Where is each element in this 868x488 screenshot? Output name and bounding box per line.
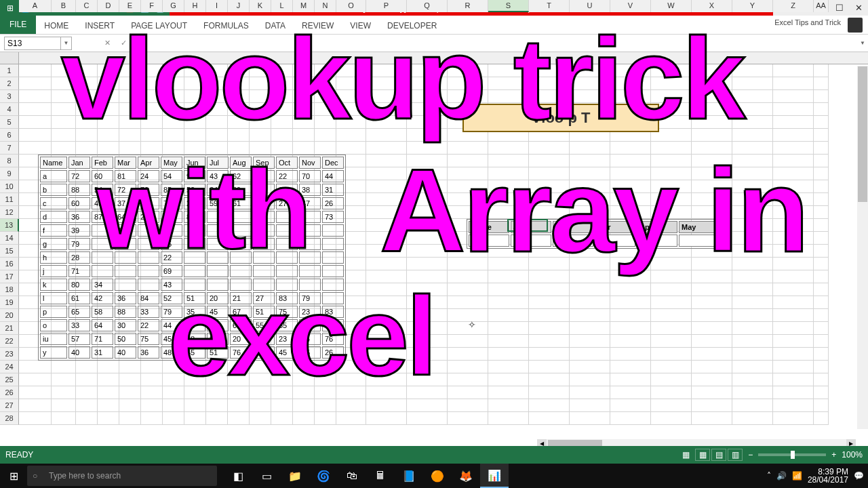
table-cell[interactable]: 21 <box>230 292 252 304</box>
table-cell[interactable]: 52 <box>161 292 182 304</box>
maximize-button[interactable]: ☐ <box>830 0 849 16</box>
table-cell[interactable]: 39 <box>161 211 182 223</box>
row-header[interactable]: 3 <box>0 90 19 103</box>
table-cell[interactable] <box>299 279 321 291</box>
table-cell[interactable] <box>276 224 298 237</box>
col-header[interactable]: W <box>651 0 692 12</box>
table-cell[interactable]: 60 <box>92 170 113 182</box>
table-cell[interactable]: 22 <box>276 170 298 182</box>
table-cell[interactable]: 29 <box>184 197 205 209</box>
row-header[interactable]: 7 <box>0 142 19 155</box>
table-cell[interactable]: k <box>40 279 67 291</box>
table-cell[interactable]: 76 <box>322 333 344 345</box>
table-cell[interactable]: 22 <box>138 319 159 331</box>
table-cell[interactable] <box>299 211 321 223</box>
table-cell[interactable]: 67 <box>230 306 252 318</box>
table-cell[interactable]: 64 <box>115 211 136 223</box>
table-cell[interactable]: 61 <box>230 197 252 209</box>
table-cell[interactable]: 77 <box>253 197 275 209</box>
table-cell[interactable] <box>276 279 298 291</box>
tb-calc-icon[interactable]: 🖩 <box>366 464 395 488</box>
table-cell[interactable]: 45 <box>184 346 205 359</box>
tb-explorer-icon[interactable]: 📁 <box>281 464 309 488</box>
table-cell[interactable] <box>276 238 298 250</box>
table-cell[interactable]: 88 <box>115 306 136 318</box>
table-cell[interactable]: 42 <box>92 292 113 304</box>
table-cell[interactable] <box>253 238 275 250</box>
table-cell[interactable] <box>184 238 205 250</box>
table-cell[interactable]: 45 <box>299 346 321 359</box>
table-cell[interactable]: 36 <box>322 319 344 331</box>
row-header[interactable]: 26 <box>0 386 19 399</box>
col-header[interactable]: G <box>163 0 184 12</box>
table-cell[interactable]: g <box>40 238 67 250</box>
col-header[interactable]: U <box>570 0 610 12</box>
col-header[interactable]: M <box>293 0 315 12</box>
fx-icon[interactable]: fx <box>132 38 148 48</box>
table-cell[interactable] <box>184 224 205 237</box>
normal-view-icon[interactable]: ▦ <box>695 449 710 461</box>
table-cell[interactable]: 86 <box>207 333 229 345</box>
table-cell[interactable]: 55 <box>253 319 275 331</box>
table-cell[interactable] <box>138 251 159 264</box>
col-header[interactable]: E <box>119 0 141 12</box>
table-cell[interactable]: 70 <box>299 170 321 182</box>
table-cell[interactable]: j <box>40 265 67 277</box>
name-box[interactable]: S13 ▼ <box>4 37 72 50</box>
table-cell[interactable]: 54 <box>92 184 113 196</box>
table-cell[interactable]: 44 <box>161 319 182 331</box>
table-cell[interactable]: 27 <box>253 292 275 304</box>
table-cell[interactable]: 65 <box>230 319 252 331</box>
col-header[interactable]: Y <box>732 0 773 12</box>
lookup-header[interactable]: Mar <box>595 221 635 233</box>
table-cell[interactable]: 57 <box>68 333 90 345</box>
table-cell[interactable]: 47 <box>299 197 321 209</box>
table-cell[interactable] <box>276 251 298 264</box>
row-header[interactable]: 5 <box>0 116 19 129</box>
table-cell[interactable]: 79 <box>68 238 90 250</box>
table-cell[interactable]: 21 <box>138 211 159 223</box>
table-cell[interactable] <box>138 224 159 237</box>
table-cell[interactable]: 58 <box>184 333 205 345</box>
table-cell[interactable] <box>207 238 229 250</box>
table-cell[interactable]: 40 <box>68 346 90 359</box>
tb-notes-icon[interactable]: 📘 <box>395 464 423 488</box>
row-header[interactable]: 9 <box>0 167 19 180</box>
table-cell[interactable]: 36 <box>138 346 159 359</box>
taskview-icon[interactable]: ◧ <box>224 464 252 488</box>
tray-notifications-icon[interactable]: 💬 <box>854 471 864 481</box>
table-cell[interactable] <box>207 224 229 237</box>
table-cell[interactable]: c <box>40 197 67 209</box>
col-header[interactable]: Z <box>773 0 814 12</box>
zoom-value[interactable]: 100% <box>842 450 863 460</box>
col-header[interactable]: O <box>336 0 366 12</box>
taskbar-search[interactable]: ○ Type here to search <box>27 466 217 486</box>
table-cell[interactable] <box>322 251 344 264</box>
table-cell[interactable] <box>184 265 205 277</box>
table-cell[interactable]: 54 <box>161 170 182 182</box>
row-header[interactable]: 2 <box>0 77 19 90</box>
lookup-header[interactable]: Name <box>469 221 509 233</box>
tb-app-1[interactable]: ▭ <box>252 464 281 488</box>
row-header[interactable]: 28 <box>0 412 19 425</box>
row-header[interactable]: 25 <box>0 373 19 386</box>
table-cell[interactable]: 39 <box>68 224 90 237</box>
table-cell[interactable]: 85 <box>161 184 182 196</box>
table-cell[interactable]: 43 <box>161 279 182 291</box>
table-cell[interactable]: 50 <box>115 333 136 345</box>
table-cell[interactable]: p <box>40 306 67 318</box>
table-cell[interactable]: 82 <box>207 319 229 331</box>
table-cell[interactable]: 26 <box>322 346 344 359</box>
table-cell[interactable]: 74 <box>161 197 182 209</box>
table-cell[interactable]: 69 <box>115 224 136 237</box>
page-layout-icon[interactable]: ▤ <box>711 449 726 461</box>
table-cell[interactable] <box>92 224 113 237</box>
table-cell[interactable]: 25 <box>161 238 182 250</box>
table-cell[interactable]: 28 <box>68 251 90 264</box>
table-cell[interactable]: 35 <box>184 306 205 318</box>
row-header[interactable]: 13 <box>0 219 19 232</box>
cancel-formula-icon[interactable]: ✕ <box>99 39 115 47</box>
table-cell[interactable] <box>207 251 229 264</box>
col-header[interactable]: X <box>692 0 732 12</box>
col-header[interactable]: J <box>228 0 250 12</box>
